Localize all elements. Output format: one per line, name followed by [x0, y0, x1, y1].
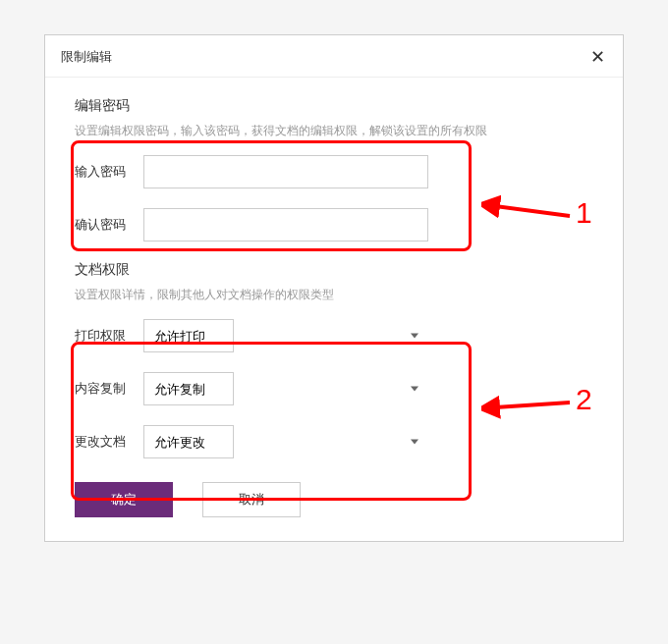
modify-permission-row: 更改文档 允许更改 — [75, 425, 593, 458]
modify-permission-select[interactable]: 允许更改 — [143, 425, 234, 458]
restrict-editing-dialog: 限制编辑 ✕ 编辑密码 设置编辑权限密码，输入该密码，获得文档的编辑权限，解锁该… — [44, 34, 624, 542]
dialog-title: 限制编辑 — [61, 48, 112, 66]
confirm-password-field[interactable] — [143, 208, 428, 242]
print-permission-row: 打印权限 允许打印 — [75, 319, 593, 352]
cancel-button[interactable]: 取消 — [202, 482, 301, 517]
button-row: 确定 取消 — [75, 482, 593, 517]
input-password-field[interactable] — [143, 155, 428, 188]
copy-permission-select-wrapper: 允许复制 — [143, 372, 428, 405]
copy-permission-select[interactable]: 允许复制 — [143, 372, 234, 405]
print-permission-label: 打印权限 — [75, 327, 143, 345]
print-permission-select-wrapper: 允许打印 — [143, 319, 428, 352]
modify-permission-label: 更改文档 — [75, 433, 143, 451]
close-icon[interactable]: ✕ — [587, 47, 607, 67]
dialog-body: 编辑密码 设置编辑权限密码，输入该密码，获得文档的编辑权限，解锁该设置的所有权限… — [45, 78, 623, 541]
section-permissions-desc: 设置权限详情，限制其他人对文档操作的权限类型 — [75, 287, 593, 303]
copy-permission-label: 内容复制 — [75, 380, 143, 398]
print-permission-select[interactable]: 允许打印 — [143, 319, 234, 352]
input-password-label: 输入密码 — [75, 163, 143, 181]
section-password-desc: 设置编辑权限密码，输入该密码，获得文档的编辑权限，解锁该设置的所有权限 — [75, 123, 593, 139]
copy-permission-row: 内容复制 允许复制 — [75, 372, 593, 405]
section-permissions-title: 文档权限 — [75, 261, 593, 279]
confirm-button[interactable]: 确定 — [75, 482, 173, 517]
input-password-row: 输入密码 — [75, 155, 593, 188]
dialog-header: 限制编辑 ✕ — [45, 35, 623, 78]
section-password-title: 编辑密码 — [75, 97, 593, 115]
confirm-password-row: 确认密码 — [75, 208, 593, 242]
section-permissions: 文档权限 设置权限详情，限制其他人对文档操作的权限类型 打印权限 允许打印 内容… — [75, 261, 593, 458]
confirm-password-label: 确认密码 — [75, 216, 143, 234]
modify-permission-select-wrapper: 允许更改 — [143, 425, 428, 458]
